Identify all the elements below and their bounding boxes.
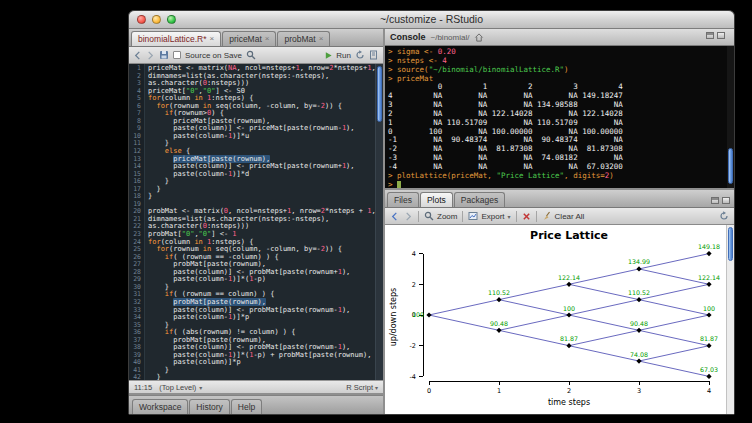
svg-text:3: 3 <box>637 387 641 395</box>
tab-binomiallattice[interactable]: binomialLattice.R* × <box>131 31 221 46</box>
plots-pane-buttons <box>711 197 734 207</box>
chevron-down-icon: ▾ <box>199 384 202 391</box>
maximize-pane-icon[interactable] <box>717 32 725 39</box>
svg-text:0: 0 <box>427 387 431 395</box>
maximize-pane-icon[interactable] <box>722 197 730 204</box>
plot-display: 01234-4-2024time stepsup/down stepsPrice… <box>385 225 734 414</box>
source-column: binomialLattice.R* × priceMat × probMat … <box>129 29 383 414</box>
code-line: } <box>148 367 375 375</box>
close-window-button[interactable] <box>137 15 146 24</box>
close-tab-icon[interactable]: × <box>210 35 215 43</box>
svg-text:1: 1 <box>497 387 501 395</box>
tab-label: Files <box>394 195 412 205</box>
code-line: } <box>148 178 375 186</box>
console-line: > <box>388 181 734 188</box>
minimize-pane-icon[interactable] <box>711 197 719 204</box>
close-tab-icon[interactable]: × <box>319 35 324 43</box>
svg-text:-2: -2 <box>410 342 416 350</box>
console-line: > plotLattice(priceMat, "Price Lattice",… <box>388 172 734 181</box>
svg-text:up/down steps: up/down steps <box>389 288 398 346</box>
run-button[interactable]: Run <box>324 51 351 60</box>
clear-all-button[interactable]: Clear All <box>542 211 585 221</box>
code-line: paste(column)]*p <box>148 359 375 367</box>
right-column: Console ~/binomial/ > sigma <- 0.20> nst… <box>385 29 734 414</box>
tab-pricemat[interactable]: priceMat × <box>222 31 276 46</box>
working-directory: ~/binomial/ <box>431 33 470 42</box>
svg-text:4: 4 <box>707 387 711 395</box>
forward-icon[interactable] <box>146 51 155 60</box>
editor-scrollbar[interactable] <box>375 64 383 380</box>
code-line: paste(column-1)]*(1-p) <box>148 276 375 284</box>
zoom-window-button[interactable] <box>167 15 176 24</box>
svg-text:90.48: 90.48 <box>630 320 648 327</box>
svg-text:time steps: time steps <box>548 398 590 407</box>
refresh-icon[interactable] <box>719 211 729 221</box>
tab-label: History <box>196 402 222 412</box>
run-icon <box>324 51 333 60</box>
find-icon[interactable] <box>246 50 256 60</box>
previous-plot-icon[interactable] <box>390 212 399 221</box>
code-line: } <box>148 193 375 201</box>
console-pane-title: Console <box>390 32 426 42</box>
zoom-button[interactable]: Zoom <box>424 211 457 221</box>
code-area[interactable]: priceMat <- matrix(NA, ncol=nsteps+1, nr… <box>145 64 375 380</box>
source-file-icon[interactable] <box>369 50 379 60</box>
editor-scrollbar-thumb[interactable] <box>377 66 382 122</box>
export-plot-icon <box>468 211 478 221</box>
tab-label: binomialLattice.R* <box>138 34 207 44</box>
tab-history[interactable]: History <box>189 399 229 414</box>
rerun-icon[interactable] <box>355 50 365 60</box>
line-numbers: 1234567891011121314151617181920212223242… <box>129 64 145 380</box>
file-type-selector[interactable]: R Script ▾ <box>346 383 378 392</box>
svg-text:122.14: 122.14 <box>698 274 720 281</box>
editor-tab-bar: binomialLattice.R* × priceMat × probMat … <box>129 29 383 47</box>
svg-text:2: 2 <box>412 281 416 289</box>
plot-scrollbar[interactable] <box>726 225 734 414</box>
titlebar[interactable]: ~/customize - RStudio <box>129 11 734 29</box>
tab-files[interactable]: Files <box>387 192 419 207</box>
tab-workspace[interactable]: Workspace <box>132 399 188 414</box>
back-icon[interactable] <box>133 51 142 60</box>
scope-selector[interactable]: (Top Level) ▾ <box>159 383 202 392</box>
svg-text:67.03: 67.03 <box>700 366 718 373</box>
console-output[interactable]: > sigma <- 0.20> nsteps <- 4> source("~/… <box>385 46 734 188</box>
remove-plot-icon[interactable] <box>522 212 531 221</box>
tab-plots[interactable]: Plots <box>420 192 453 207</box>
plots-pane: Files Plots Packages <box>385 190 734 414</box>
minimize-pane-icon[interactable] <box>706 32 714 39</box>
svg-text:110.52: 110.52 <box>628 289 650 296</box>
tab-help[interactable]: Help <box>231 399 262 414</box>
console-pane-buttons <box>706 32 729 42</box>
lower-left-pane-tabs: Workspace History Help <box>129 395 383 414</box>
tab-probmat[interactable]: probMat × <box>277 31 330 46</box>
export-button[interactable]: Export ▾ <box>468 211 510 221</box>
minimize-window-button[interactable] <box>152 15 161 24</box>
svg-text:110.52: 110.52 <box>488 289 510 296</box>
console-line: > source("~/binomial/binomialLattice.R") <box>388 66 734 75</box>
code-line: paste(column-1)]*d <box>148 171 375 179</box>
svg-text:100: 100 <box>703 305 715 312</box>
console-scrollbar[interactable] <box>727 46 734 188</box>
next-plot-icon[interactable] <box>404 212 413 221</box>
code-editor[interactable]: 1234567891011121314151617181920212223242… <box>129 64 383 380</box>
code-line: } <box>148 186 375 194</box>
workbench: binomialLattice.R* × priceMat × probMat … <box>129 29 734 414</box>
tab-label: Workspace <box>139 402 181 412</box>
close-tab-icon[interactable]: × <box>265 35 270 43</box>
plots-toolbar: Zoom Export ▾ Clear All <box>385 208 734 225</box>
tab-label: Packages <box>461 195 498 205</box>
chevron-down-icon: ▾ <box>375 384 378 391</box>
home-icon[interactable] <box>474 33 484 42</box>
tab-packages[interactable]: Packages <box>454 192 505 207</box>
svg-text:-4: -4 <box>410 373 416 381</box>
source-on-save-checkbox[interactable] <box>173 51 181 59</box>
editor-toolbar: Source on Save Run <box>129 47 383 64</box>
broom-icon <box>542 211 552 221</box>
code-line: paste(column-1)]*p <box>148 314 375 322</box>
svg-text:149.18: 149.18 <box>698 243 720 250</box>
console-scrollbar-thumb[interactable] <box>728 148 733 184</box>
plot-scrollbar-thumb[interactable] <box>728 227 733 261</box>
magnifier-icon <box>424 211 434 221</box>
save-icon[interactable] <box>159 50 169 60</box>
tab-label: priceMat <box>229 34 262 44</box>
